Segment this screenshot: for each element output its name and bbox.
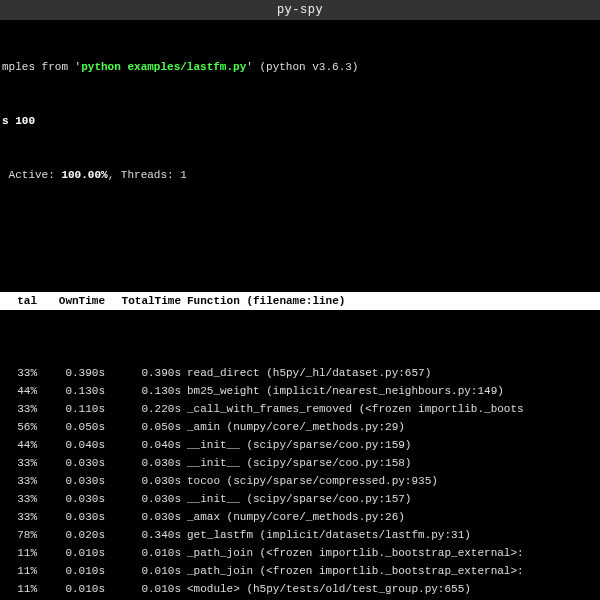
cell-total: 33% — [2, 472, 43, 490]
table-body: 33%0.390s0.390sread_direct (h5py/_hl/dat… — [0, 364, 600, 600]
table-row: 33%0.030s0.030s__init__ (scipy/sparse/co… — [0, 454, 600, 472]
cell-totaltime: 0.010s — [111, 544, 187, 562]
table-row: 11%0.010s0.010s_path_join (<frozen impor… — [0, 562, 600, 580]
run-prefix: mples from ' — [2, 61, 81, 73]
cell-owntime: 0.020s — [43, 526, 111, 544]
cell-owntime: 0.110s — [43, 400, 111, 418]
cell-function: __init__ (scipy/sparse/coo.py:158) — [187, 454, 600, 472]
active-percent: 100.00% — [61, 169, 107, 181]
cell-owntime: 0.040s — [43, 436, 111, 454]
cell-owntime: 0.030s — [43, 454, 111, 472]
cell-totaltime: 0.050s — [111, 418, 187, 436]
cell-owntime: 0.130s — [43, 382, 111, 400]
col-total: tal — [2, 292, 43, 310]
cell-total: 44% — [2, 436, 43, 454]
threads-count: , Threads: 1 — [108, 169, 187, 181]
table-row: 78%0.020s0.340sget_lastfm (implicit/data… — [0, 526, 600, 544]
samples-line: s 100 — [0, 112, 600, 130]
cell-total: 33% — [2, 508, 43, 526]
cell-function: bm25_weight (implicit/nearest_neighbours… — [187, 382, 600, 400]
col-owntime: OwnTime — [43, 292, 111, 310]
table-row: 44%0.130s0.130sbm25_weight (implicit/nea… — [0, 382, 600, 400]
cell-total: 11% — [2, 562, 43, 580]
cell-function: _amax (numpy/core/_methods.py:26) — [187, 508, 600, 526]
cell-totaltime: 0.040s — [111, 436, 187, 454]
cell-total: 11% — [2, 544, 43, 562]
cell-owntime: 0.050s — [43, 418, 111, 436]
cell-function: read_direct (h5py/_hl/dataset.py:657) — [187, 364, 600, 382]
cell-function: get_lastfm (implicit/datasets/lastfm.py:… — [187, 526, 600, 544]
table-row: 11%0.010s0.010s<module> (h5py/tests/old/… — [0, 580, 600, 598]
table-row: 11%0.010s0.010s_path_join (<frozen impor… — [0, 544, 600, 562]
table-header: tal OwnTime TotalTime Function (filename… — [0, 292, 600, 310]
cell-owntime: 0.010s — [43, 580, 111, 598]
cell-function: <module> (h5py/tests/old/test_group.py:6… — [187, 580, 600, 598]
cell-function: _path_join (<frozen importlib._bootstrap… — [187, 562, 600, 580]
terminal-output: mples from 'python examples/lastfm.py' (… — [0, 20, 600, 600]
cell-totaltime: 0.030s — [111, 508, 187, 526]
cell-function: __init__ (scipy/sparse/coo.py:157) — [187, 490, 600, 508]
col-function: Function (filename:line) — [187, 292, 600, 310]
cell-total: 56% — [2, 418, 43, 436]
table-row: 33%0.030s0.030s_amax (numpy/core/_method… — [0, 508, 600, 526]
window-title: py-spy — [0, 0, 600, 20]
table-row: 33%0.030s0.030stocoo (scipy/sparse/compr… — [0, 472, 600, 490]
cell-owntime: 0.010s — [43, 562, 111, 580]
cell-owntime: 0.030s — [43, 508, 111, 526]
cell-totaltime: 0.390s — [111, 364, 187, 382]
status-prefix: Active: — [2, 169, 61, 181]
cell-totaltime: 0.030s — [111, 454, 187, 472]
cell-total: 33% — [2, 454, 43, 472]
cell-total: 33% — [2, 364, 43, 382]
cell-function: _call_with_frames_removed (<frozen impor… — [187, 400, 600, 418]
table-row: 33%0.110s0.220s_call_with_frames_removed… — [0, 400, 600, 418]
cell-function: _amin (numpy/core/_methods.py:29) — [187, 418, 600, 436]
cell-function: __init__ (scipy/sparse/coo.py:159) — [187, 436, 600, 454]
cell-totaltime: 0.030s — [111, 472, 187, 490]
table-row: 33%0.390s0.390sread_direct (h5py/_hl/dat… — [0, 364, 600, 382]
cell-totaltime: 0.220s — [111, 400, 187, 418]
run-command: python examples/lastfm.py — [81, 61, 246, 73]
cell-total: 44% — [2, 382, 43, 400]
cell-total: 33% — [2, 490, 43, 508]
cell-totaltime: 0.010s — [111, 562, 187, 580]
cell-owntime: 0.390s — [43, 364, 111, 382]
cell-total: 11% — [2, 580, 43, 598]
table-row: 56%0.050s0.050s_amin (numpy/core/_method… — [0, 418, 600, 436]
cell-function: tocoo (scipy/sparse/compressed.py:935) — [187, 472, 600, 490]
status-line: Active: 100.00%, Threads: 1 — [0, 166, 600, 184]
cell-owntime: 0.030s — [43, 490, 111, 508]
cell-total: 33% — [2, 400, 43, 418]
cell-owntime: 0.010s — [43, 544, 111, 562]
run-suffix: ' (python v3.6.3) — [246, 61, 358, 73]
cell-total: 78% — [2, 526, 43, 544]
col-totaltime: TotalTime — [111, 292, 187, 310]
cell-totaltime: 0.340s — [111, 526, 187, 544]
cell-totaltime: 0.010s — [111, 580, 187, 598]
cell-owntime: 0.030s — [43, 472, 111, 490]
blank-line — [0, 220, 600, 238]
table-row: 33%0.030s0.030s__init__ (scipy/sparse/co… — [0, 490, 600, 508]
cell-totaltime: 0.030s — [111, 490, 187, 508]
run-line: mples from 'python examples/lastfm.py' (… — [0, 58, 600, 76]
cell-function: _path_join (<frozen importlib._bootstrap… — [187, 544, 600, 562]
cell-totaltime: 0.130s — [111, 382, 187, 400]
table-row: 44%0.040s0.040s__init__ (scipy/sparse/co… — [0, 436, 600, 454]
